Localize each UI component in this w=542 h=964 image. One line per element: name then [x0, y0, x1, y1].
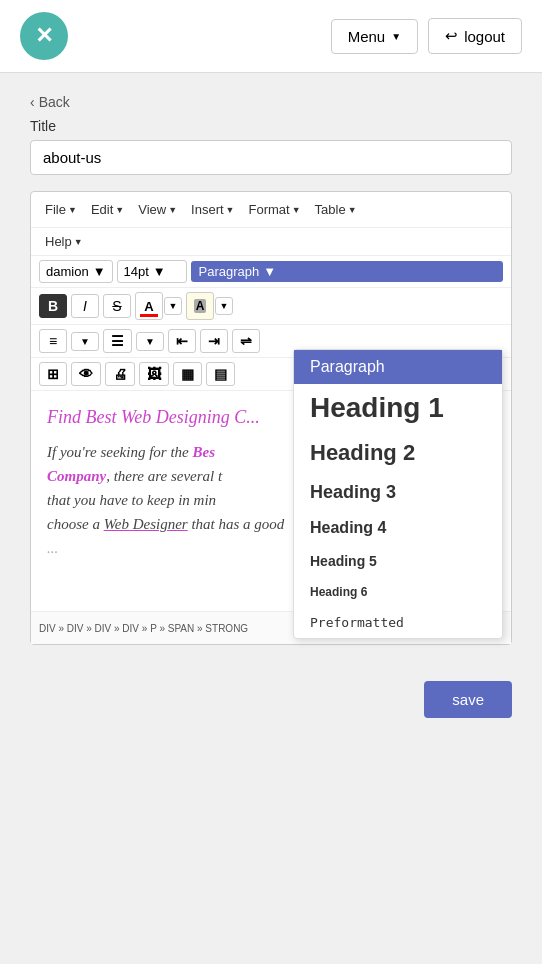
paragraph-value: Paragraph — [199, 264, 260, 279]
toolbar-row2: damion ▼ 14pt ▼ Paragraph ▼ Paragraph He… — [31, 256, 511, 288]
toolbar-edit[interactable]: Edit ▼ — [85, 198, 130, 221]
text-direction-button[interactable]: ⇌ — [232, 329, 260, 353]
logout-button[interactable]: ↩ logout — [428, 18, 522, 54]
strike-label: S — [112, 298, 121, 314]
toolbar-help[interactable]: Help ▼ — [39, 230, 89, 253]
menu-button[interactable]: Menu ▼ — [331, 19, 418, 54]
logout-icon: ↩ — [445, 27, 458, 45]
back-link[interactable]: ‹ Back — [30, 94, 70, 110]
unordered-list-button[interactable]: ☰ — [103, 329, 132, 353]
dropdown-heading1[interactable]: Heading 1 — [294, 384, 502, 432]
size-caret-icon: ▼ — [153, 264, 166, 279]
bold-button[interactable]: B — [39, 294, 67, 318]
footer: save — [0, 665, 542, 734]
toolbar-insert[interactable]: Insert ▼ — [185, 198, 240, 221]
italic-label: I — [83, 298, 87, 314]
font-caret-icon: ▼ — [93, 264, 106, 279]
dropdown-preformatted[interactable]: Preformatted — [294, 607, 502, 638]
toolbar-view[interactable]: View ▼ — [132, 198, 183, 221]
media-button[interactable]: ▦ — [173, 362, 202, 386]
edit-caret-icon: ▼ — [115, 205, 124, 215]
paragraph-dropdown: Paragraph Heading 1 Heading 2 Heading 3 … — [293, 349, 503, 639]
content-area: ‹ Back Title File ▼ Edit ▼ View ▼ Insert… — [0, 73, 542, 665]
strikethrough-button[interactable]: S — [103, 294, 131, 318]
highlight-color-button[interactable]: A — [186, 292, 214, 320]
font-color-caret[interactable]: ▼ — [164, 297, 182, 315]
table-button[interactable]: ⊞ — [39, 362, 67, 386]
paragraph-selector[interactable]: Paragraph ▼ — [191, 261, 503, 282]
insert-caret-icon: ▼ — [226, 205, 235, 215]
menu-caret-icon: ▼ — [391, 31, 401, 42]
editor-container: File ▼ Edit ▼ View ▼ Insert ▼ Format ▼ T… — [30, 191, 512, 645]
font-color-button[interactable]: A — [135, 292, 163, 320]
format-caret-icon: ▼ — [292, 205, 301, 215]
dropdown-heading5[interactable]: Heading 5 — [294, 545, 502, 577]
size-selector[interactable]: 14pt ▼ — [117, 260, 187, 283]
unordered-list-caret[interactable]: ▼ — [136, 332, 164, 351]
indent-left-button[interactable]: ⇤ — [168, 329, 196, 353]
font-selector[interactable]: damion ▼ — [39, 260, 113, 283]
highlight-label: A — [194, 299, 207, 313]
header: ✕ Menu ▼ ↩ logout — [0, 0, 542, 73]
toolbar-row1: File ▼ Edit ▼ View ▼ Insert ▼ Format ▼ T… — [31, 192, 511, 228]
font-color-group: A ▼ — [135, 292, 182, 320]
menu-label: Menu — [348, 28, 386, 45]
highlight-color-group: A ▼ — [186, 292, 233, 320]
print-button[interactable]: 🖨 — [105, 362, 135, 386]
logo: ✕ — [20, 12, 68, 60]
back-label: Back — [39, 94, 70, 110]
font-color-bar — [140, 314, 158, 317]
toolbar-file[interactable]: File ▼ — [39, 198, 83, 221]
save-label: save — [452, 691, 484, 708]
dropdown-paragraph[interactable]: Paragraph — [294, 350, 502, 384]
size-value: 14pt — [124, 264, 149, 279]
dropdown-heading2[interactable]: Heading 2 — [294, 432, 502, 474]
grid-button[interactable]: ▤ — [206, 362, 235, 386]
font-value: damion — [46, 264, 89, 279]
dropdown-heading6[interactable]: Heading 6 — [294, 577, 502, 607]
eye-button[interactable]: 👁 — [71, 362, 101, 386]
highlight-color-caret[interactable]: ▼ — [215, 297, 233, 315]
dropdown-heading4[interactable]: Heading 4 — [294, 511, 502, 545]
toolbar-format[interactable]: Format ▼ — [243, 198, 307, 221]
toolbar-table[interactable]: Table ▼ — [309, 198, 363, 221]
file-caret-icon: ▼ — [68, 205, 77, 215]
image-button[interactable]: 🖼 — [139, 362, 169, 386]
table-caret-icon: ▼ — [348, 205, 357, 215]
back-chevron-icon: ‹ — [30, 94, 35, 110]
title-label: Title — [30, 118, 512, 134]
dropdown-heading3[interactable]: Heading 3 — [294, 474, 502, 511]
bold-label: B — [48, 298, 58, 314]
help-caret-icon: ▼ — [74, 237, 83, 247]
ordered-list-button[interactable]: ≡ — [39, 329, 67, 353]
paragraph-dropdown-container: Paragraph ▼ Paragraph Heading 1 Heading … — [191, 261, 503, 282]
italic-button[interactable]: I — [71, 294, 99, 318]
save-button[interactable]: save — [424, 681, 512, 718]
logo-icon: ✕ — [35, 23, 53, 49]
view-caret-icon: ▼ — [168, 205, 177, 215]
toolbar-row3: B I S A ▼ A ▼ — [31, 288, 511, 325]
title-input[interactable] — [30, 140, 512, 175]
paragraph-caret-icon: ▼ — [263, 264, 276, 279]
indent-right-button[interactable]: ⇥ — [200, 329, 228, 353]
font-color-label: A — [144, 299, 153, 314]
ordered-list-caret[interactable]: ▼ — [71, 332, 99, 351]
logout-label: logout — [464, 28, 505, 45]
